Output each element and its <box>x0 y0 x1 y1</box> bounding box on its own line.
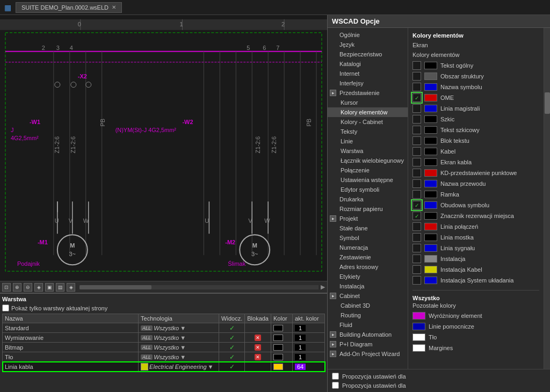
color-swatch-linia-magistrali[interactable] <box>424 105 437 112</box>
nav-item-edytor[interactable]: Edytor symboli <box>328 185 408 194</box>
pozostale-swatch-pomocnicze[interactable] <box>412 323 425 330</box>
layer-color[interactable] <box>271 333 293 343</box>
checkbox-obszar-struktury[interactable] <box>412 72 421 81</box>
checkbox-linia-polaczen[interactable] <box>412 222 421 231</box>
pozostale-swatch-wyrozn[interactable] <box>412 312 425 320</box>
nav-item-bezpieczenstwo[interactable]: Bezpieczeństwo <box>328 49 408 59</box>
nav-item-cabinet[interactable]: ▸Cabinet <box>328 291 408 301</box>
lock-x[interactable]: ✕ <box>255 354 261 360</box>
color-swatch-linia-mostka[interactable] <box>424 234 437 241</box>
layer-visible[interactable]: ✓ <box>219 343 245 352</box>
nav-item-internet[interactable]: Internet <box>328 69 408 78</box>
document-tab[interactable]: SUITE DEMO_Plan.0002.wsELD ✕ <box>16 2 122 13</box>
layer-visible[interactable]: ✓ <box>219 323 245 333</box>
nav-item-kolory-cabinet[interactable]: Kolory - Cabinet <box>328 117 408 127</box>
nav-item-katalogi[interactable]: Katalogi <box>328 59 408 69</box>
nav-item-polaczenie[interactable]: Połączenie <box>328 165 408 175</box>
layer-row-1[interactable]: Wymiarowanie ALL Wszystko ▼ ✓ ✕ 1 <box>3 333 325 343</box>
nav-item-routing[interactable]: Routing <box>328 310 408 320</box>
nav-item-building[interactable]: ▸Building Automation <box>328 330 408 339</box>
nav-item-lacznik[interactable]: Łącznik wielobiegunowy <box>328 156 408 165</box>
nav-item-pid[interactable]: ▸P+I Diagram <box>328 339 408 349</box>
layer-row-3[interactable]: Tło ALL Wszystko ▼ ✓ ✕ 1 <box>3 352 325 362</box>
color-swatch-obudowa-symbolu[interactable] <box>424 201 437 209</box>
color-swatch-szkic[interactable] <box>424 115 437 123</box>
nav-item-adres[interactable]: Adres krosowy <box>328 262 408 272</box>
nav-item-warstwa[interactable]: Warstwa <box>328 146 408 156</box>
layer-color[interactable] <box>271 362 293 372</box>
close-tab-button[interactable]: ✕ <box>112 4 116 10</box>
nav-item-kolory[interactable]: Kolory elementów <box>328 107 408 117</box>
layer-visible[interactable]: ✓ <box>219 333 245 343</box>
nav-item-cabinet3d[interactable]: Cabinet 3D <box>328 301 408 310</box>
nav-item-stale[interactable]: Stałe dane <box>328 223 408 233</box>
color-swatch-tekst-szkicowy[interactable] <box>424 126 437 134</box>
propozycja1-checkbox[interactable] <box>332 373 339 380</box>
layer-tech[interactable]: ALL Wszystko ▼ <box>139 352 219 362</box>
zoom-fit-button[interactable]: ⊡ <box>2 283 11 292</box>
layer-color[interactable] <box>271 343 293 352</box>
color-swatch-nazwa-symbolu[interactable] <box>424 83 437 91</box>
nav-item-numeracja[interactable]: Numeracja <box>328 243 408 252</box>
layer-tech[interactable]: Electrical Engineering ▼ <box>139 362 219 372</box>
layer-visible[interactable]: ✓ <box>219 352 245 362</box>
checkbox-obudowa-symbolu[interactable] <box>412 201 421 209</box>
properties-button[interactable]: ◈ <box>34 283 43 292</box>
locked-cell[interactable]: ✕ <box>245 352 271 362</box>
pozostale-swatch-tlo[interactable] <box>412 333 425 341</box>
color-swatch-znacznik[interactable] <box>424 212 437 220</box>
nav-item-addon[interactable]: ▸Add-On Project Wizard <box>328 349 408 359</box>
nav-item-symbol[interactable]: Symbol <box>328 233 408 243</box>
nav-item-jezyk[interactable]: Język <box>328 40 408 49</box>
locked-cell[interactable]: ✕ <box>245 343 271 352</box>
settings-button[interactable]: ◈ <box>67 283 75 292</box>
nav-item-teksty[interactable]: Teksty <box>328 127 408 136</box>
layer-row-4[interactable]: Linia kabla Electrical Engineering ▼ ✓ 6… <box>3 362 325 372</box>
layer-tech[interactable]: ALL Wszystko ▼ <box>139 333 219 343</box>
checkbox-instalacja[interactable] <box>412 255 421 263</box>
zoom-in-button[interactable]: ⊕ <box>13 283 21 292</box>
nav-item-przedstawienie[interactable]: ▸Przedstawienie <box>328 88 408 98</box>
checkbox-kabel[interactable] <box>412 147 421 156</box>
show-current-layer-checkbox[interactable] <box>2 304 9 311</box>
nav-item-ogolnie[interactable]: Ogólnie <box>328 30 408 40</box>
nav-item-drukarka[interactable]: Drukarka <box>328 194 408 204</box>
nav-item-instalacja[interactable]: Instalacja <box>328 281 408 291</box>
lock-x[interactable]: ✕ <box>255 335 261 341</box>
color-swatch-ramka[interactable] <box>424 191 437 198</box>
lock-x[interactable]: ✕ <box>255 344 261 351</box>
nav-item-fluid[interactable]: Fluid <box>328 320 408 330</box>
color-swatch-kd-przedstawienie[interactable] <box>424 169 437 177</box>
checkbox-blok-tekstu[interactable] <box>412 136 421 145</box>
scroll-thumb[interactable] <box>545 92 550 114</box>
layer-tech[interactable]: ALL Wszystko ▼ <box>139 343 219 352</box>
checkbox-ekran-kabla[interactable] <box>412 158 421 166</box>
layer-row-2[interactable]: Bitmap ALL Wszystko ▼ ✓ ✕ 1 <box>3 343 325 352</box>
color-swatch-ome[interactable] <box>424 94 437 101</box>
layer-color[interactable] <box>271 352 293 362</box>
color-swatch-nazwa-przewodu[interactable] <box>424 180 437 187</box>
nav-item-kursor[interactable]: Kursor <box>328 98 408 107</box>
save-button[interactable]: ▣ <box>45 283 54 292</box>
checkbox-tekst-szkicowy[interactable] <box>412 126 421 134</box>
pozostale-swatch-margines[interactable] <box>412 344 425 352</box>
scroll-right-arrow[interactable]: ▶ <box>321 284 325 291</box>
color-swatch-instalacja-system[interactable] <box>424 277 437 284</box>
schematic-area[interactable]: 0 1 2 <box>0 15 327 281</box>
nav-item-etykiety[interactable]: Etykiety <box>328 272 408 281</box>
checkbox-ome[interactable] <box>412 93 421 102</box>
nav-item-linie[interactable]: Linie <box>328 136 408 146</box>
color-swatch-blok-tekstu[interactable] <box>424 137 437 144</box>
checkbox-linia-mostka[interactable] <box>412 233 421 242</box>
color-swatch-instalacja[interactable] <box>424 255 437 263</box>
nav-item-interfejsy[interactable]: Interfejsy <box>328 78 408 88</box>
checkbox-linia-sygnalu[interactable] <box>412 244 421 252</box>
zoom-out-button[interactable]: ⊖ <box>24 283 32 292</box>
layer-tech[interactable]: ALL Wszystko ▼ <box>139 323 219 333</box>
propozycja2-checkbox[interactable] <box>332 382 339 389</box>
color-swatch-ekran-kabla[interactable] <box>424 158 437 166</box>
nav-item-zestawienie[interactable]: Zestawienie <box>328 252 408 262</box>
checkbox-kd-przedstawienie[interactable] <box>412 169 421 177</box>
nav-item-projekt[interactable]: ▸Projekt <box>328 214 408 223</box>
checkbox-szkic[interactable] <box>412 115 421 124</box>
